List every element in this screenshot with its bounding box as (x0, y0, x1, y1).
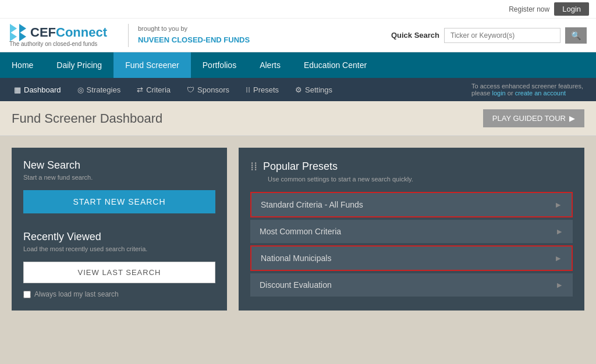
subnav-criteria[interactable]: ⇄ Criteria (129, 78, 179, 101)
login-button[interactable]: Login (554, 2, 589, 16)
preset-arrow-icon-4: ► (555, 280, 563, 290)
sub-nav: ▦ Dashboard ◎ Strategies ⇄ Criteria 🛡 Sp… (0, 78, 596, 101)
logo-main: CEF Connect (9, 23, 107, 42)
header-divider (128, 24, 129, 47)
brought-by: brought to you by NUVEEN CLOSED-END FUND… (138, 24, 250, 46)
nav-daily-pricing[interactable]: Daily Pricing (45, 52, 113, 78)
right-panel: ⁞⁞ Popular Presets Use common settings t… (239, 148, 584, 311)
nav-fund-screener[interactable]: Fund Screener (113, 52, 191, 78)
preset-discount-evaluation[interactable]: Discount Evaluation ► (250, 273, 573, 297)
login-link[interactable]: login (492, 90, 505, 97)
nav-education-center[interactable]: Education Center (292, 52, 378, 78)
access-text: To access enhanced screener features, (471, 83, 583, 90)
search-input[interactable] (444, 28, 560, 43)
preset-arrow-icon: ► (554, 200, 562, 209)
please-text: please (471, 90, 490, 97)
subnav-sponsors[interactable]: 🛡 Sponsors (179, 78, 237, 101)
nuveen-brand: NUVEEN CLOSED-END FUNDS (138, 34, 250, 47)
preset-discount-evaluation-label: Discount Evaluation (260, 280, 332, 290)
popular-presets-icon: ⁞⁞ (250, 159, 257, 173)
subnav-strategies-label: Strategies (87, 85, 121, 94)
preset-most-common[interactable]: Most Common Criteria ► (250, 220, 573, 243)
nav-home[interactable]: Home (0, 52, 45, 78)
brought-by-text: brought to you by (138, 25, 187, 32)
header: CEF Connect The authority on closed-end … (0, 19, 596, 52)
left-panel: New Search Start a new fund search. STAR… (12, 148, 227, 311)
subnav-sponsors-label: Sponsors (197, 85, 229, 94)
new-search-title: New Search (23, 159, 215, 172)
popular-presets-header: ⁞⁞ Popular Presets (250, 159, 573, 173)
always-load-label: Always load my last search (34, 290, 119, 298)
logo-connect-text: Connect (56, 25, 107, 40)
guided-tour-label: PLAY GUIDED TOUR (492, 114, 566, 123)
criteria-icon: ⇄ (137, 85, 143, 94)
subnav-strategies[interactable]: ◎ Strategies (69, 78, 129, 101)
preset-national-municipals-label: National Municipals (261, 254, 331, 263)
popular-presets-title: Popular Presets (263, 160, 338, 173)
search-button[interactable]: 🔍 (565, 27, 587, 44)
always-load-checkbox[interactable] (23, 291, 31, 298)
view-last-search-button[interactable]: VIEW LAST SEARCH (23, 262, 215, 283)
subnav-settings[interactable]: ⚙ Settings (287, 78, 340, 101)
dashboard-icon: ▦ (14, 85, 21, 94)
subnav-dashboard-label: Dashboard (24, 85, 61, 94)
search-area: Quick Search 🔍 (391, 27, 587, 44)
start-new-search-button[interactable]: START NEW SEARCH (23, 190, 215, 213)
preset-arrow-icon-3: ► (554, 254, 562, 263)
guided-tour-button[interactable]: PLAY GUIDED TOUR ▶ (483, 109, 584, 127)
page-header: Fund Screener Dashboard PLAY GUIDED TOUR… (0, 101, 596, 136)
main-nav: Home Daily Pricing Fund Screener Portfol… (0, 52, 596, 78)
presets-icon: ⁞⁞ (246, 85, 250, 94)
recently-viewed-section: Recently Viewed Load the most recently u… (23, 231, 215, 298)
logo-cef-text: CEF (30, 25, 56, 40)
recently-viewed-subtitle: Load the most recently used search crite… (23, 245, 215, 252)
settings-icon: ⚙ (295, 85, 302, 94)
new-search-subtitle: Start a new fund search. (23, 174, 215, 181)
subnav-presets-label: Presets (253, 85, 279, 94)
create-account-link[interactable]: create an account (515, 90, 566, 97)
preset-national-municipals[interactable]: National Municipals ► (250, 245, 573, 271)
preset-standard-criteria[interactable]: Standard Criteria - All Funds ► (250, 192, 573, 217)
recently-viewed-title: Recently Viewed (23, 231, 215, 243)
dashboard-content: New Search Start a new fund search. STAR… (0, 136, 596, 322)
logo-arrows-icon (9, 23, 27, 42)
page-title: Fund Screener Dashboard (12, 111, 162, 126)
strategies-icon: ◎ (77, 85, 84, 94)
search-label: Quick Search (391, 31, 439, 40)
subnav-presets[interactable]: ⁞⁞ Presets (237, 78, 287, 101)
or-text: or (508, 90, 513, 97)
subnav-settings-label: Settings (305, 85, 332, 94)
subnav-criteria-label: Criteria (146, 85, 171, 94)
preset-standard-criteria-label: Standard Criteria - All Funds (261, 200, 363, 209)
always-load-row: Always load my last search (23, 290, 215, 298)
sponsors-icon: 🛡 (187, 85, 194, 94)
nav-portfolios[interactable]: Portfolios (191, 52, 248, 78)
preset-most-common-label: Most Common Criteria (260, 227, 341, 236)
play-icon: ▶ (569, 114, 575, 123)
register-link[interactable]: Register now (509, 5, 549, 13)
top-bar: Register now Login (0, 0, 596, 19)
access-message: To access enhanced screener features, pl… (464, 78, 590, 101)
popular-presets-subtitle: Use common settings to start a new searc… (268, 176, 573, 183)
logo-area: CEF Connect The authority on closed-end … (9, 23, 107, 47)
logo-tagline: The authority on closed-end funds (9, 41, 107, 47)
subnav-dashboard[interactable]: ▦ Dashboard (6, 78, 69, 101)
nav-alerts[interactable]: Alerts (248, 52, 292, 78)
preset-arrow-icon-2: ► (555, 227, 563, 236)
